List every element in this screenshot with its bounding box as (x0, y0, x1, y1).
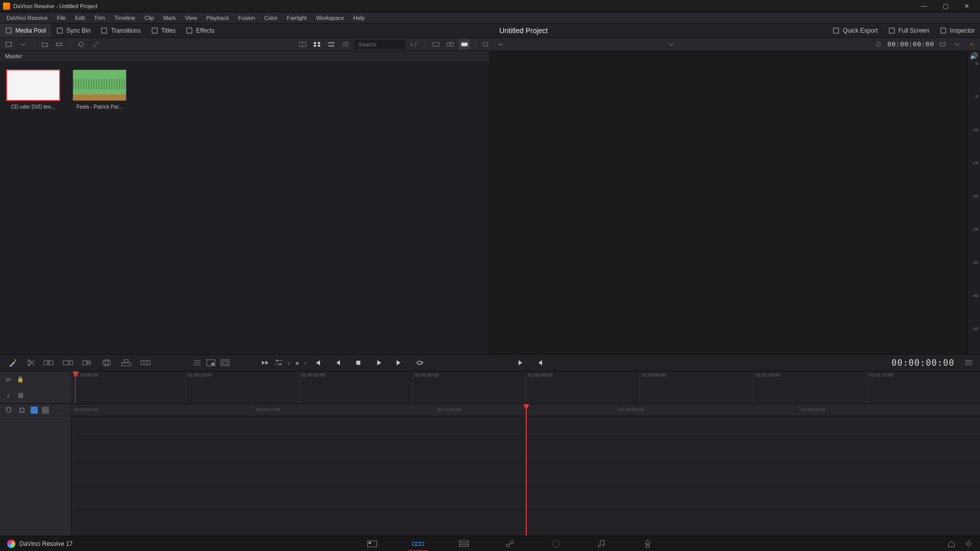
menu-playback[interactable]: Playback (202, 14, 234, 22)
transitions-panel-button[interactable]: Transitions (95, 23, 145, 37)
split-icon[interactable] (26, 357, 37, 368)
import-dropdown[interactable] (17, 39, 29, 49)
sync-lock-icon[interactable]: ⛓ (16, 391, 24, 399)
resolution-dropdown[interactable] (481, 39, 492, 49)
first-frame-button[interactable] (312, 357, 323, 368)
menu-mark[interactable]: Mark (159, 14, 180, 22)
next-frame-button[interactable] (394, 357, 405, 368)
append-button[interactable] (61, 358, 75, 368)
timeline-dropdown-arrow[interactable] (666, 39, 677, 49)
strip-view-button[interactable] (326, 39, 337, 49)
menu-workspace[interactable]: Workspace (311, 14, 349, 22)
timecode-mode-button[interactable] (937, 39, 948, 49)
timecode-dropdown[interactable] (951, 39, 963, 49)
tools-dropdown[interactable] (193, 359, 201, 366)
fast-review-button[interactable] (260, 359, 270, 366)
import-media-button[interactable] (3, 39, 14, 49)
timeline-color-button[interactable] (31, 407, 38, 414)
menu-fairlight[interactable]: Fairlight (282, 14, 311, 22)
loop-button[interactable] (414, 357, 425, 368)
menu-clip[interactable]: Clip (140, 14, 159, 22)
place-on-top-button[interactable] (119, 358, 133, 368)
home-button[interactable] (947, 540, 955, 548)
menu-fusion[interactable]: Fusion (234, 14, 260, 22)
media-pool-panel: Master CD oder DVD bre...Feels - Patrick… (0, 51, 490, 354)
viewer-panel[interactable] (490, 51, 967, 354)
boring-detector-button[interactable] (430, 39, 442, 49)
menu-view[interactable]: View (180, 14, 202, 22)
fairlight-page-button[interactable] (590, 536, 614, 552)
close-button[interactable]: ✕ (957, 1, 977, 12)
lock-track-icon[interactable]: 🔒 (16, 375, 24, 383)
menu-file[interactable]: File (53, 14, 71, 22)
media-page-button[interactable] (360, 536, 384, 552)
jog-dot-icon[interactable]: ● (295, 359, 299, 367)
search-input[interactable] (354, 40, 405, 49)
timeline-menu-button[interactable] (965, 359, 973, 366)
prev-edit-button[interactable] (536, 359, 544, 366)
lower-playhead[interactable] (526, 404, 527, 536)
ripple-overwrite-button[interactable] (81, 358, 94, 368)
next-edit-button[interactable] (517, 359, 524, 366)
source-clip-button[interactable] (459, 39, 470, 49)
close-up-button[interactable] (100, 358, 113, 368)
new-timeline-button[interactable] (54, 39, 65, 49)
jog-next-icon[interactable]: › (304, 359, 306, 367)
source-timecode[interactable]: 00:00:00:00 (887, 40, 934, 48)
link-button[interactable] (90, 39, 101, 49)
volume-icon[interactable]: 🔊 (970, 52, 978, 60)
full-screen-panel-button[interactable]: Full Screen (883, 23, 935, 37)
upper-ruler[interactable]: 01:00:00:0001:00:10:0001:00:20:0001:00:3… (71, 371, 980, 404)
menu-davinci-resolve[interactable]: DaVinci Resolve (2, 14, 53, 22)
effects-panel-button[interactable]: Effects (181, 23, 219, 37)
picture-in-picture-button[interactable] (206, 359, 215, 366)
prev-frame-button[interactable] (332, 357, 344, 368)
meter-tick: -40 (972, 293, 978, 298)
project-settings-button[interactable] (965, 540, 973, 548)
media-pool-panel-button[interactable]: Media Pool (0, 23, 51, 37)
jog-prev-icon[interactable]: ‹ (288, 359, 290, 367)
new-bin-button[interactable] (39, 39, 51, 49)
safe-area-button[interactable] (220, 359, 230, 366)
bin-path[interactable]: Master (0, 51, 489, 61)
video-track-icon[interactable]: ▭ (4, 375, 12, 383)
minimize-button[interactable]: — (914, 1, 934, 12)
titles-panel-button[interactable]: Titles (146, 23, 181, 37)
stop-button[interactable] (353, 357, 364, 368)
audio-trim-button[interactable] (966, 39, 977, 49)
cut-page-button[interactable] (406, 536, 430, 552)
timeline-audio-toggle[interactable] (42, 407, 49, 414)
menu-timeline[interactable]: Timeline (110, 14, 140, 22)
deliver-page-button[interactable] (635, 536, 660, 552)
smart-insert-button[interactable] (42, 358, 55, 368)
smart-edit-icon[interactable] (7, 357, 18, 368)
timeline-options-button[interactable] (275, 359, 283, 366)
fusion-page-button[interactable] (498, 536, 522, 552)
sort-button[interactable] (408, 39, 420, 49)
viewer-timecode[interactable]: 00:00:00:00 (891, 358, 954, 368)
quick-export-panel-button[interactable]: Quick Export (827, 23, 883, 37)
clip-thumbnail[interactable]: CD oder DVD bre... (5, 69, 61, 110)
inspector-panel-button[interactable]: Inspector (935, 23, 980, 37)
menu-edit[interactable]: Edit (70, 14, 89, 22)
menu-color[interactable]: Color (260, 14, 282, 22)
menu-help[interactable]: Help (349, 14, 370, 22)
timeline-marker-button[interactable] (4, 406, 13, 415)
color-page-button[interactable] (544, 536, 568, 552)
maximize-button[interactable]: ▢ (935, 1, 955, 12)
audio-track-icon[interactable]: ♪ (4, 391, 12, 399)
list-view-button[interactable] (340, 39, 351, 49)
play-button[interactable] (373, 357, 384, 368)
menu-trim[interactable]: Trim (89, 14, 110, 22)
source-tape-button[interactable] (445, 39, 456, 49)
metadata-view-button[interactable] (297, 39, 308, 49)
bypass-color-button[interactable] (873, 39, 884, 49)
clip-thumbnail[interactable]: Feels - Patrick Pat... (71, 69, 128, 110)
sync-bin-panel-button[interactable]: Sync Bin (51, 23, 95, 37)
refresh-button[interactable] (76, 39, 87, 49)
thumbnail-view-button[interactable] (311, 39, 323, 49)
timeline-flag-button[interactable] (17, 406, 27, 415)
source-overwrite-button[interactable] (139, 358, 152, 368)
edit-page-button[interactable] (452, 536, 476, 552)
resolution-dropdown-arrow[interactable] (495, 39, 506, 49)
